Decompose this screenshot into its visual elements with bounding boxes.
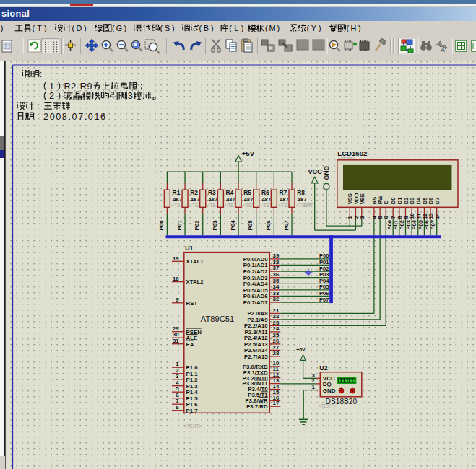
svg-text:28: 28 (273, 350, 280, 356)
svg-text:D1: D1 (397, 197, 403, 204)
svg-text:D4: D4 (415, 197, 422, 204)
svg-text:2008.07.016: 2008.07.016 (43, 112, 105, 122)
svg-text:9: 9 (176, 297, 179, 303)
svg-text:32: 32 (273, 296, 280, 302)
svg-text:AT89C51: AT89C51 (201, 315, 234, 323)
svg-text:14: 14 (434, 212, 441, 219)
svg-text:P03: P03 (212, 220, 218, 231)
svg-text:2: 2 (49, 91, 54, 101)
svg-text:P05: P05 (247, 220, 254, 231)
svg-text:R1: R1 (173, 189, 181, 196)
svg-text:): ) (1, 24, 4, 32)
svg-text:(D): (D) (72, 24, 86, 32)
svg-text:1: 1 (311, 384, 315, 390)
svg-text:R6: R6 (261, 189, 269, 196)
svg-text:U2: U2 (319, 364, 327, 372)
svg-text:P2.7/A15: P2.7/A15 (244, 354, 268, 360)
svg-text:P06: P06 (265, 220, 272, 231)
svg-text:P00: P00 (158, 220, 165, 231)
svg-text:R3: R3 (208, 189, 216, 196)
svg-text:3: 3 (359, 216, 365, 219)
svg-text:P07: P07 (283, 220, 290, 231)
svg-text:4k7: 4k7 (262, 196, 272, 203)
svg-text:RST: RST (186, 300, 198, 307)
svg-text:=: = (435, 40, 438, 47)
svg-text:4k7: 4k7 (244, 196, 254, 203)
svg-text:4k7: 4k7 (173, 196, 182, 203)
svg-text:4k7: 4k7 (226, 196, 235, 203)
svg-text:(T): (T) (32, 24, 46, 32)
svg-text:VCC: VCC (308, 168, 322, 175)
svg-text:E: E (383, 201, 389, 204)
svg-text:P3.7/RD: P3.7/RD (246, 403, 268, 410)
svg-text:DQ: DQ (323, 381, 332, 387)
svg-text:6: 6 (383, 216, 389, 219)
svg-text:18: 18 (173, 276, 179, 282)
svg-text:R5: R5 (243, 189, 251, 196)
svg-text:EXT: EXT (304, 203, 313, 208)
svg-text:D3: D3 (409, 198, 415, 205)
svg-text:D7: D7 (434, 198, 441, 205)
svg-text:8: 8 (176, 404, 179, 411)
svg-text:4k7: 4k7 (209, 196, 218, 203)
svg-text:VEE: VEE (359, 193, 365, 204)
svg-text:A: A (441, 46, 445, 53)
svg-text:4k7: 4k7 (191, 196, 200, 203)
svg-text:R2: R2 (190, 189, 198, 196)
svg-text:R7: R7 (280, 189, 287, 196)
svg-text:<TEXT>: <TEXT> (319, 403, 337, 408)
svg-text:<TEXT>: <TEXT> (184, 424, 202, 429)
svg-text:P07: P07 (430, 220, 436, 230)
svg-text:P0.7/AD7: P0.7/AD7 (243, 299, 268, 306)
svg-text:(H): (H) (346, 24, 360, 32)
svg-text:P07: P07 (319, 297, 329, 303)
svg-text:R2-R9: R2-R9 (64, 82, 92, 92)
svg-text:R4: R4 (226, 189, 234, 196)
svg-text:4k7: 4k7 (280, 196, 289, 203)
svg-text:P02: P02 (194, 220, 200, 231)
svg-text:P04: P04 (230, 220, 236, 231)
svg-text:3: 3 (128, 91, 133, 101)
svg-text:P1.7: P1.7 (186, 408, 198, 414)
svg-text:(Y): (Y) (306, 24, 321, 32)
svg-text:31: 31 (173, 338, 179, 344)
svg-text:EA: EA (186, 341, 194, 348)
svg-text::: : (40, 69, 43, 79)
svg-text:XTAL2: XTAL2 (186, 279, 204, 285)
svg-text:D5: D5 (422, 197, 428, 204)
svg-text:GND: GND (323, 387, 336, 394)
svg-text:17: 17 (273, 400, 280, 406)
svg-text:GND: GND (323, 166, 330, 180)
svg-text:(M): (M) (265, 24, 280, 32)
svg-text:R8: R8 (297, 189, 305, 196)
svg-text:4k7: 4k7 (298, 196, 307, 203)
svg-text:D0: D0 (390, 198, 397, 205)
svg-text:(S): (S) (160, 24, 175, 32)
svg-text:D6: D6 (428, 198, 434, 205)
svg-text:(L): (L) (229, 24, 243, 32)
svg-text:(G): (G) (112, 24, 126, 32)
svg-text:+5V: +5V (242, 149, 255, 157)
svg-text:19: 19 (173, 255, 179, 262)
svg-text:U1: U1 (185, 245, 193, 252)
svg-text:(B): (B) (199, 24, 213, 32)
svg-text:1: 1 (49, 82, 54, 92)
svg-text:D2: D2 (403, 198, 410, 205)
svg-text:2: 2 (311, 377, 315, 384)
svg-text:XTAL1: XTAL1 (186, 258, 204, 265)
svg-text:+5V: +5V (296, 347, 306, 352)
svg-text:P01: P01 (176, 220, 183, 231)
